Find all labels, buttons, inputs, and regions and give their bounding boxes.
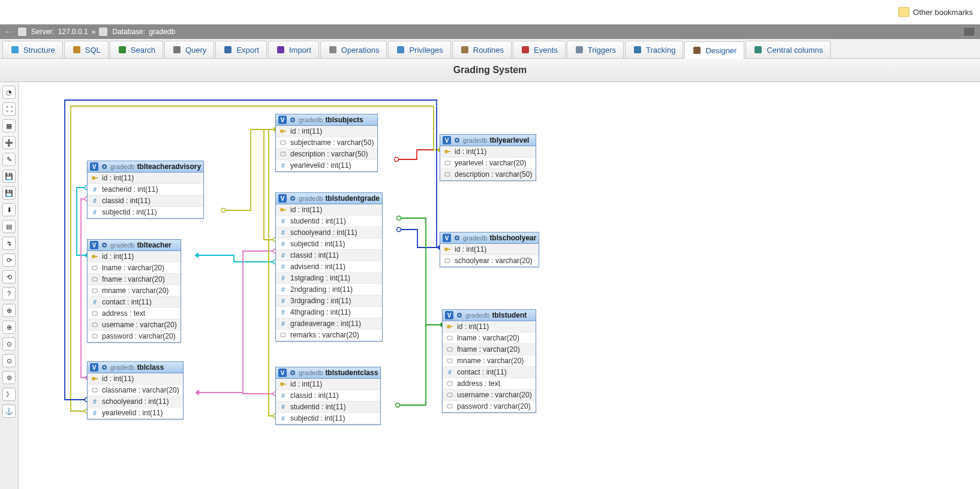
tool-collapse[interactable]: ⟲ (2, 270, 16, 283)
table-row[interactable]: #schoolyearid : int(11) (276, 227, 382, 239)
tab-centralcolumns[interactable]: Central columns (745, 41, 831, 58)
table-header-tblstudent[interactable]: Vgradedb tblstudent (443, 310, 536, 321)
tool-add-relation[interactable]: ➕ (2, 136, 16, 149)
tab-sql[interactable]: SQL (64, 41, 109, 58)
tool-reload[interactable]: ⟳ (2, 253, 16, 267)
gear-icon[interactable] (289, 369, 296, 376)
table-row[interactable]: id : int(11) (276, 379, 380, 390)
gear-icon[interactable] (453, 137, 461, 144)
table-tblstudentclass[interactable]: Vgradedb tblstudentclassid : int(11)#cla… (275, 367, 381, 425)
table-row[interactable]: #studentid : int(11) (276, 216, 382, 227)
table-row[interactable]: #contact : int(11) (88, 297, 181, 308)
gear-icon[interactable] (101, 242, 108, 249)
collapse-breadcrumb-button[interactable] (963, 27, 975, 37)
tab-export[interactable]: Export (215, 41, 267, 58)
tab-tracking[interactable]: Tracking (625, 41, 683, 58)
table-tblsubjects[interactable]: Vgradedb tblsubjectsid : int(11)subjectn… (275, 114, 378, 172)
table-row[interactable]: lname : varchar(20) (88, 262, 181, 274)
tab-privileges[interactable]: Privileges (388, 41, 450, 58)
tool-toggle-menu[interactable]: ◔ (2, 86, 16, 99)
gear-icon[interactable] (456, 312, 463, 319)
tab-search[interactable]: Search (110, 41, 163, 58)
table-row[interactable]: #schoolyearid : int(11) (88, 396, 183, 408)
tab-triggers[interactable]: Triggers (567, 41, 624, 58)
tool-edit-relation[interactable]: ✎ (2, 153, 16, 166)
table-row[interactable]: #classid : int(11) (88, 195, 203, 207)
gear-icon[interactable] (453, 234, 461, 242)
table-row[interactable]: #classid : int(11) (276, 250, 382, 261)
table-row[interactable]: id : int(11) (88, 373, 183, 385)
table-header-tblyearlevel[interactable]: Vgradedb tblyearlevel (440, 135, 536, 146)
tool-grid[interactable]: ▤ (2, 220, 16, 233)
table-row[interactable]: yearlevel : varchar(20) (440, 158, 536, 169)
table-row[interactable]: id : int(11) (276, 204, 382, 216)
table-row[interactable]: #gradeaverage : int(11) (276, 318, 382, 330)
table-row[interactable]: #contact : int(11) (443, 367, 536, 378)
table-header-tblteacher[interactable]: Vgradedb tblteacher (88, 240, 181, 251)
tool-anchor[interactable]: ⚓ (2, 405, 16, 418)
designer-canvas[interactable]: Vgradedb tblteacheradvisoryid : int(11)#… (18, 82, 980, 486)
table-row[interactable]: id : int(11) (440, 146, 536, 158)
tool-new-table[interactable]: ▦ (2, 119, 16, 132)
table-row[interactable]: #2ndgrading : int(11) (276, 284, 382, 295)
table-row[interactable]: id : int(11) (88, 251, 181, 262)
table-tblclass[interactable]: Vgradedb tblclassid : int(11)classname :… (87, 361, 184, 419)
tool-zoom-in[interactable]: ⊙ (2, 337, 16, 351)
table-tblschoolyear[interactable]: Vgradedb tblschoolyearid : int(11)school… (440, 232, 539, 267)
table-row[interactable]: password : varchar(20) (443, 401, 536, 412)
table-row[interactable]: classname : varchar(20) (88, 385, 183, 396)
table-tblyearlevel[interactable]: Vgradedb tblyearlevelid : int(11)yearlev… (440, 134, 536, 181)
table-header-tblstudentclass[interactable]: Vgradedb tblstudentclass (276, 367, 380, 379)
table-row[interactable]: description : varchar(50) (440, 169, 536, 180)
table-row[interactable]: address : text (443, 378, 536, 390)
table-row[interactable]: mname : varchar(20) (88, 285, 181, 297)
table-row[interactable]: subjectname : varchar(50) (276, 137, 377, 149)
table-row[interactable]: #adviserid : int(11) (276, 261, 382, 273)
table-row[interactable]: description : varchar(50) (276, 149, 377, 160)
tab-designer[interactable]: Designer (684, 41, 744, 59)
table-row[interactable]: id : int(11) (443, 321, 536, 333)
table-row[interactable]: username : varchar(20) (88, 319, 181, 331)
tool-snap[interactable]: ↯ (2, 237, 16, 250)
table-row[interactable]: lname : varchar(20) (443, 333, 536, 344)
gear-icon[interactable] (289, 116, 296, 123)
tab-query[interactable]: Query (164, 41, 214, 58)
table-header-tblsubjects[interactable]: Vgradedb tblsubjects (276, 114, 377, 126)
tool-back[interactable]: 》 (2, 388, 16, 401)
table-row[interactable]: #yearlevelid : int(11) (88, 408, 183, 419)
gear-icon[interactable] (289, 195, 296, 202)
table-row[interactable]: username : varchar(20) (443, 390, 536, 401)
table-row[interactable]: id : int(11) (276, 126, 377, 137)
tool-fullscreen[interactable]: ⛶ (2, 102, 16, 116)
table-row[interactable]: address : text (88, 308, 181, 319)
table-tblteacheradvisory[interactable]: Vgradedb tblteacheradvisoryid : int(11)#… (87, 161, 204, 219)
table-row[interactable]: id : int(11) (88, 173, 203, 184)
table-row[interactable]: #subjectid : int(11) (276, 413, 380, 424)
table-row[interactable]: remarks : varchar(20) (276, 330, 382, 341)
table-row[interactable]: #3rdgrading : int(11) (276, 295, 382, 307)
table-row[interactable]: #subjectid : int(11) (276, 239, 382, 250)
table-tblteacher[interactable]: Vgradedb tblteacherid : int(11)lname : v… (87, 239, 181, 343)
table-row[interactable]: #1stgrading : int(11) (276, 273, 382, 284)
table-header-tblclass[interactable]: Vgradedb tblclass (88, 362, 183, 373)
table-tblstudentgrade[interactable]: Vgradedb tblstudentgradeid : int(11)#stu… (275, 192, 383, 342)
tool-direct[interactable]: ⊕ (2, 321, 16, 334)
back-arrow-icon[interactable]: ← (5, 28, 12, 36)
table-row[interactable]: #teacherid : int(11) (88, 184, 203, 195)
breadcrumb-server-value[interactable]: 127.0.0.1 (58, 28, 88, 36)
table-row[interactable]: schoolyear : varchar(20) (440, 255, 539, 267)
tab-events[interactable]: Events (513, 41, 566, 58)
table-row[interactable]: id : int(11) (440, 244, 539, 255)
tool-export[interactable]: ⬇ (2, 203, 16, 216)
tool-save[interactable]: 💾 (2, 170, 16, 183)
table-tblstudent[interactable]: Vgradedb tblstudentid : int(11)lname : v… (442, 309, 536, 413)
gear-icon[interactable] (101, 364, 108, 371)
breadcrumb-db-value[interactable]: gradedb (149, 28, 175, 36)
tool-help[interactable]: ? (2, 287, 16, 300)
table-row[interactable]: password : varchar(20) (88, 331, 181, 342)
tab-operations[interactable]: Operations (320, 41, 387, 58)
table-header-tblstudentgrade[interactable]: Vgradedb tblstudentgrade (276, 193, 382, 204)
table-row[interactable]: #subjectid : int(11) (88, 207, 203, 218)
gear-icon[interactable] (101, 163, 108, 170)
table-row[interactable]: fname : varchar(20) (88, 274, 181, 285)
